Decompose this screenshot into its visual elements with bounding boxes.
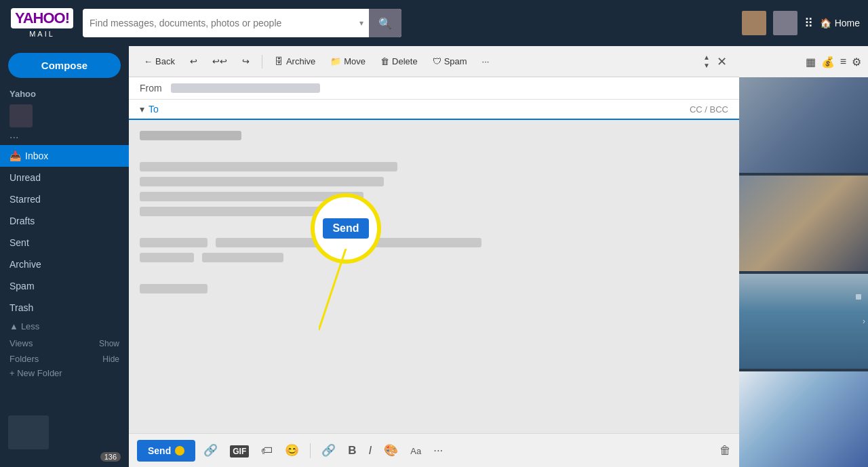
inbox-badge: 136 (100, 452, 121, 462)
color-icon: 🎨 (384, 444, 398, 457)
search-input[interactable] (90, 18, 359, 28)
avatar-secondary[interactable] (773, 11, 797, 35)
font-size-icon: Aa (410, 446, 421, 456)
home-icon: 🏠 (820, 18, 831, 28)
to-label: To (149, 104, 159, 115)
compose-body-background (129, 120, 739, 433)
color-button[interactable]: 🎨 (380, 441, 402, 460)
bold-button[interactable]: B (344, 441, 360, 460)
inbox-icon: 📥 (9, 150, 21, 161)
link-button[interactable]: 🔗 (317, 441, 340, 460)
compose-delete-button[interactable]: 🗑 (719, 444, 731, 458)
panel-icon-2[interactable]: 💰 (821, 56, 835, 68)
spam-button[interactable]: 🛡 Spam (427, 54, 473, 69)
sidebar-dots[interactable]: ··· (0, 130, 129, 145)
back-button[interactable]: ← Back (138, 54, 180, 69)
blurred-content-1 (140, 131, 728, 140)
attachment-button[interactable]: 🔗 (199, 441, 222, 460)
email-toolbar: ← Back ↩ ↩↩ ↪ 🗄 Archive 📁 Move 🗑 (129, 46, 739, 77)
compose-button[interactable]: Compose (8, 53, 121, 78)
panel-image-4 (739, 371, 868, 467)
panel-icon-3[interactable]: ≡ (840, 56, 846, 68)
compose-from-header: From (129, 77, 739, 100)
to-input[interactable] (163, 104, 686, 115)
right-panel: ▦ 💰 ≡ ⚙ › (739, 46, 868, 467)
panel-scroll-indicator[interactable] (856, 294, 861, 300)
more-format-button[interactable]: ··· (429, 441, 447, 460)
archive-button[interactable]: 🗄 Archive (269, 54, 321, 69)
views-show-action[interactable]: Show (99, 339, 119, 348)
home-button[interactable]: 🏠 Home (820, 18, 860, 28)
search-bar-wrapper: ▾ 🔍 (83, 9, 401, 37)
send-footer-button[interactable]: Send (137, 440, 195, 462)
emoji-button[interactable]: 😊 (281, 441, 303, 460)
main-layout: Compose Yahoo ··· 📥 Inbox Unread Starred… (0, 46, 868, 467)
more-button[interactable]: ··· (477, 54, 495, 69)
grid-icon[interactable]: ⠿ (804, 16, 813, 31)
delete-icon: 🗑 (380, 56, 389, 66)
move-button[interactable]: 📁 Move (325, 54, 371, 69)
search-icon: 🔍 (378, 17, 392, 30)
to-expand-icon[interactable]: ▾ (140, 104, 144, 115)
panel-image-2 (739, 176, 868, 271)
reply-icon: ↩ (190, 56, 197, 66)
blurred-content-3 (140, 238, 728, 262)
compose-to-row: ▾ To CC / BCC (129, 100, 739, 120)
close-button[interactable]: ✕ (714, 52, 730, 72)
sidebar-item-sent[interactable]: Sent (0, 232, 129, 253)
yahoo-logo-text: YAHOO! (11, 8, 73, 28)
font-size-button[interactable]: Aa (406, 441, 425, 460)
move-icon: 📁 (330, 56, 341, 66)
delete-button[interactable]: 🗑 Delete (375, 54, 423, 69)
sidebar-item-drafts[interactable]: Drafts (0, 210, 129, 232)
italic-icon: I (369, 444, 372, 457)
reply-button[interactable]: ↩ (184, 54, 203, 69)
italic-button[interactable]: I (365, 441, 376, 460)
link-icon: 🔗 (321, 444, 336, 457)
new-folder-button[interactable]: + New Folder (0, 365, 129, 381)
compose-area: From ▾ To CC / BCC (129, 77, 739, 467)
sidebar-less-toggle[interactable]: ▲ Less (0, 319, 129, 334)
yahoo-logo[interactable]: YAHOO! MAIL (8, 8, 76, 38)
blurred-content-2 (140, 162, 728, 216)
reply-all-button[interactable]: ↩↩ (207, 54, 233, 69)
compose-body[interactable]: Send (129, 120, 739, 433)
back-icon: ← (144, 56, 153, 66)
folders-label: Folders (9, 354, 39, 364)
search-button[interactable]: 🔍 (369, 9, 401, 37)
reply-all-icon: ↩↩ (212, 56, 227, 66)
sidebar-item-unread[interactable]: Unread (0, 167, 129, 188)
more-format-icon: ··· (433, 444, 443, 457)
yahoo-account (0, 102, 129, 130)
sort-arrows[interactable]: ▲ ▼ (703, 54, 710, 69)
views-label: Views (9, 338, 33, 348)
sticker-icon: 🏷 (261, 444, 273, 457)
toolbar-separator-1 (262, 55, 262, 68)
panel-settings-icon[interactable]: ⚙ (852, 56, 861, 68)
sidebar-item-inbox[interactable]: 📥 Inbox (0, 145, 129, 167)
bold-icon: B (348, 444, 356, 457)
cc-bcc-button[interactable]: CC / BCC (690, 104, 728, 115)
compose-footer: Send 🔗 GIF 🏷 😊 🔗 (129, 433, 739, 467)
sidebar-views-row: Views Show (0, 334, 129, 350)
folders-hide-action[interactable]: Hide (102, 354, 119, 364)
search-chevron-icon[interactable]: ▾ (359, 18, 363, 28)
panel-chevron-right[interactable]: › (863, 317, 865, 326)
avatar[interactable] (742, 11, 766, 35)
top-right-area: ⠿ 🏠 Home (742, 11, 860, 35)
panel-icon-1[interactable]: ▦ (806, 56, 816, 68)
from-label: From (140, 83, 164, 94)
sidebar-item-spam[interactable]: Spam (0, 275, 129, 297)
account-avatar (9, 104, 33, 127)
panel-image-1 (739, 77, 868, 173)
sidebar-item-trash[interactable]: Trash (0, 297, 129, 319)
caret-up-icon: ▲ (9, 321, 18, 331)
gif-button[interactable]: GIF (226, 441, 253, 460)
forward-button[interactable]: ↪ (237, 54, 255, 69)
archive-icon: 🗄 (275, 56, 283, 66)
sidebar-item-archive[interactable]: Archive (0, 253, 129, 275)
sticker-button[interactable]: 🏷 (257, 441, 277, 460)
sidebar-item-starred[interactable]: Starred (0, 188, 129, 210)
forward-icon: ↪ (242, 56, 250, 66)
gif-icon: GIF (230, 445, 249, 458)
